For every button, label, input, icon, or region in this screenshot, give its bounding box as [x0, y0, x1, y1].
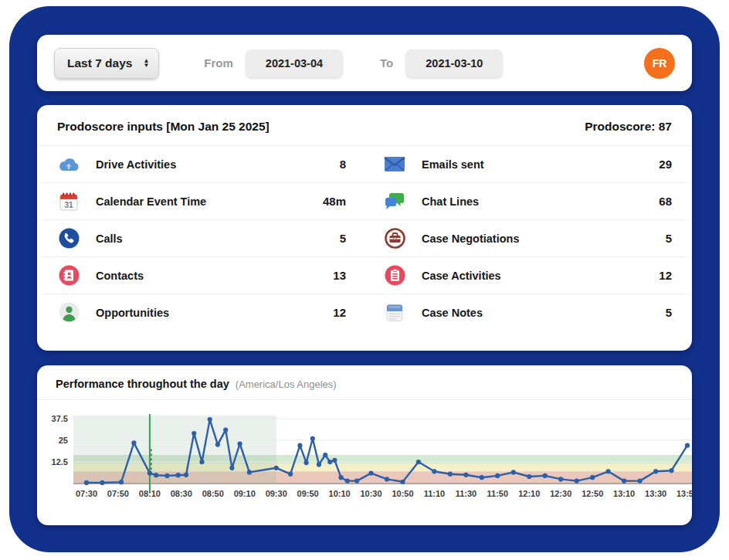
metric-opportunities: Opportunities12 — [39, 294, 364, 331]
data-point — [247, 470, 252, 474]
data-point — [208, 417, 212, 422]
data-point — [511, 470, 516, 474]
from-date-input[interactable]: 2021-03-04 — [246, 49, 343, 77]
x-tick-label: 11:30 — [456, 489, 477, 498]
data-point — [495, 473, 500, 478]
filter-bar: Last 7 days ▲▼ From 2021-03-04 To 2021-0… — [37, 35, 692, 91]
data-point — [323, 453, 327, 457]
metric-calendar-event-time: 31Calendar Event Time48m — [39, 183, 364, 219]
drive-icon — [57, 154, 80, 175]
data-point — [543, 473, 548, 478]
metric-label: Case Negotiations — [422, 232, 520, 245]
y-tick-label: 37.5 — [52, 414, 68, 423]
data-point — [339, 475, 344, 480]
x-tick-label: 11:50 — [487, 489, 509, 498]
data-point — [119, 480, 124, 484]
metric-row: 31Calendar Event Time48mChat Lines68 — [39, 183, 690, 220]
data-point — [354, 479, 359, 484]
x-tick-label: 13:50 — [676, 489, 692, 498]
metric-case-negotiations: Case Negotiations5 — [364, 220, 690, 256]
notes-icon — [383, 302, 406, 324]
data-point — [154, 473, 158, 477]
user-avatar[interactable]: FR — [644, 48, 675, 79]
data-point — [345, 479, 350, 484]
clipboard-icon — [383, 265, 406, 287]
contacts-icon — [57, 265, 80, 287]
data-point — [622, 479, 626, 484]
date-range-select-value: Last 7 days — [67, 56, 132, 70]
metric-label: Case Activities — [422, 270, 501, 282]
metric-label: Case Notes — [422, 307, 483, 319]
metric-rows: Drive Activities8Emails sent2931Calendar… — [37, 146, 692, 331]
data-point — [448, 472, 453, 477]
data-point — [310, 436, 315, 441]
x-tick-label: 12:10 — [518, 489, 540, 498]
person-icon — [57, 302, 80, 324]
metric-label: Calendar Event Time — [96, 195, 206, 208]
x-tick-label: 12:50 — [582, 489, 603, 498]
x-tick-label: 11:10 — [424, 489, 446, 498]
x-tick-label: 07:50 — [107, 489, 129, 498]
data-point — [215, 443, 220, 447]
envelope-icon — [383, 154, 406, 175]
chat-icon — [383, 191, 406, 212]
performance-chart: 12.52537.507:3007:5008:1008:3008:5009:10… — [37, 406, 692, 514]
to-label: To — [380, 56, 393, 70]
data-point — [288, 472, 293, 477]
metric-emails-sent: Emails sent29 — [364, 146, 690, 182]
x-tick-label: 12:30 — [550, 489, 571, 498]
data-point — [176, 473, 181, 477]
data-point — [527, 474, 531, 479]
prodoscore-inputs-panel: Prodoscore inputs [Mon Jan 25 2025] Prod… — [37, 105, 692, 351]
metric-drive-activities: Drive Activities8 — [39, 146, 364, 182]
prodoscore-value: Prodoscore: 87 — [585, 120, 672, 134]
metric-value: 13 — [333, 269, 346, 282]
x-tick-label: 07:30 — [76, 489, 97, 498]
data-point — [416, 460, 421, 464]
metric-label: Contacts — [96, 270, 144, 282]
metric-label: Emails sent — [422, 158, 484, 171]
data-point — [164, 473, 169, 478]
data-point — [653, 469, 658, 473]
metric-contacts: Contacts13 — [39, 257, 364, 294]
data-point — [131, 440, 136, 445]
metric-label: Drive Activities — [96, 158, 176, 171]
calendar-icon: 31 — [57, 191, 80, 212]
y-tick-label: 25 — [59, 436, 68, 445]
metric-value: 48m — [323, 195, 346, 208]
metric-case-notes: Case Notes5 — [364, 294, 690, 331]
chart-timezone: (America/Los Angeles) — [236, 378, 337, 390]
data-point — [199, 460, 204, 464]
data-point — [184, 473, 188, 477]
to-date-input[interactable]: 2021-03-10 — [405, 49, 503, 77]
metric-label: Chat Lines — [422, 195, 479, 208]
x-tick-label: 08:30 — [171, 489, 192, 498]
metric-value: 8 — [340, 158, 346, 171]
x-tick-label: 10:50 — [392, 489, 413, 498]
dashboard: Last 7 days ▲▼ From 2021-03-04 To 2021-0… — [0, 0, 729, 560]
data-point — [317, 462, 321, 467]
data-point — [84, 480, 89, 485]
metric-value: 68 — [659, 195, 672, 208]
highlight-region — [73, 416, 276, 484]
data-point — [685, 443, 690, 448]
data-point — [229, 466, 234, 470]
select-arrows-icon: ▲▼ — [143, 59, 149, 68]
metric-value: 5 — [666, 232, 672, 245]
data-point — [147, 471, 152, 476]
date-range-select[interactable]: Last 7 days ▲▼ — [54, 48, 159, 79]
metric-value: 12 — [333, 306, 346, 319]
metric-row: Opportunities12Case Notes5 — [39, 294, 690, 331]
x-tick-label: 08:10 — [139, 489, 161, 498]
data-point — [368, 471, 373, 476]
data-point — [385, 477, 389, 481]
metric-label: Calls — [96, 232, 123, 245]
chart-title: Performance throughout the day — [56, 378, 229, 390]
metric-value: 29 — [659, 158, 672, 171]
data-point — [638, 479, 643, 484]
x-tick-label: 09:30 — [266, 489, 287, 498]
metric-case-activities: Case Activities12 — [364, 257, 690, 294]
metric-value: 12 — [659, 269, 672, 282]
x-tick-label: 13:30 — [645, 489, 666, 498]
data-point — [590, 475, 595, 480]
